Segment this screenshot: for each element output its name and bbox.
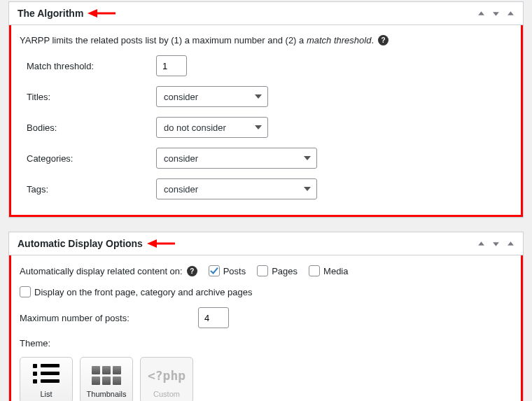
theme-card-list[interactable]: List — [20, 357, 73, 401]
panel-controls — [477, 10, 514, 17]
select-bodies[interactable]: do not consider — [156, 117, 268, 138]
input-max-posts[interactable] — [198, 307, 229, 328]
label-max-posts: Maximum number of posts: — [20, 313, 198, 323]
row-bodies: Bodies: do not consider — [20, 117, 512, 138]
row-frontpage: Display on the front page, category and … — [20, 286, 512, 297]
checkbox-frontpage-wrap[interactable]: Display on the front page, category and … — [20, 286, 252, 297]
intro-text: YARPP limits the related posts list by (… — [20, 35, 512, 45]
theme-row: List Thumbnails <?php Custom — [20, 357, 512, 401]
panel-display-options: Automatic Display Options Automatically … — [8, 232, 524, 401]
thumbnails-icon — [83, 363, 130, 387]
checkbox-pages-wrap[interactable]: Pages — [257, 265, 298, 276]
panel-body: YARPP limits the related posts list by (… — [9, 25, 523, 217]
checkbox-pages[interactable] — [257, 265, 268, 276]
label-bodies: Bodies: — [20, 122, 156, 133]
checkbox-media-wrap[interactable]: Media — [309, 265, 348, 276]
panel-algorithm: The Algorithm YARPP limits the related p… — [8, 1, 524, 218]
theme-card-thumbnails[interactable]: Thumbnails — [80, 357, 133, 401]
checkbox-frontpage-label: Display on the front page, category and … — [34, 287, 252, 297]
panel-header: The Algorithm — [9, 2, 523, 25]
svg-marker-3 — [147, 239, 157, 248]
select-tags[interactable]: consider — [156, 178, 317, 199]
intro-em: match threshold — [307, 35, 372, 45]
theme-card-custom[interactable]: <?php Custom — [140, 357, 193, 401]
checkbox-media-label: Media — [323, 266, 348, 276]
checkbox-frontpage[interactable] — [20, 286, 31, 297]
input-match-threshold[interactable] — [156, 55, 187, 76]
label-titles: Titles: — [20, 92, 156, 102]
intro-suffix: . — [371, 35, 374, 45]
select-titles[interactable]: consider — [156, 86, 268, 107]
panel-toggle-icon[interactable] — [507, 10, 514, 17]
checkbox-posts-wrap[interactable]: Posts — [209, 265, 246, 276]
help-icon[interactable]: ? — [187, 266, 197, 276]
row-auto-display: Automatically display related content on… — [20, 265, 512, 276]
panel-move-down-icon[interactable] — [492, 240, 500, 248]
php-icon: <?php — [144, 363, 190, 387]
panel-move-up-icon[interactable] — [477, 10, 485, 17]
list-icon — [23, 363, 69, 387]
row-tags: Tags: consider — [20, 178, 512, 199]
panel-body: Automatically display related content on… — [9, 255, 523, 401]
label-auto-display: Automatically display related content on… — [20, 266, 183, 276]
intro-prefix: YARPP limits the related posts list by (… — [20, 35, 307, 45]
panel-move-up-icon[interactable] — [477, 240, 485, 248]
panel-title: Automatic Display Options — [18, 238, 143, 249]
label-theme: Theme: — [20, 338, 512, 349]
checkbox-pages-label: Pages — [272, 266, 298, 276]
label-categories: Categories: — [20, 153, 156, 164]
row-categories: Categories: consider — [20, 148, 512, 169]
panel-title: The Algorithm — [18, 8, 83, 19]
help-icon[interactable]: ? — [378, 35, 388, 45]
theme-card-caption: Thumbnails — [83, 390, 130, 398]
svg-marker-1 — [88, 9, 97, 17]
checkbox-posts[interactable] — [209, 265, 220, 276]
row-match-threshold: Match threshold: — [20, 55, 512, 76]
annotation-arrow-icon — [147, 238, 175, 249]
checkbox-media[interactable] — [309, 265, 320, 276]
label-tags: Tags: — [20, 184, 156, 195]
theme-card-caption: List — [23, 390, 69, 398]
panel-move-down-icon[interactable] — [492, 10, 500, 17]
row-titles: Titles: consider — [20, 86, 512, 107]
label-match-threshold: Match threshold: — [20, 61, 156, 71]
row-max-posts: Maximum number of posts: — [20, 307, 512, 328]
panel-controls — [477, 240, 514, 248]
theme-card-caption: Custom — [144, 390, 190, 398]
annotation-arrow-icon — [88, 8, 115, 19]
panel-toggle-icon[interactable] — [507, 240, 514, 248]
checkbox-posts-label: Posts — [223, 266, 246, 276]
select-categories[interactable]: consider — [156, 148, 317, 169]
panel-header: Automatic Display Options — [9, 232, 523, 255]
